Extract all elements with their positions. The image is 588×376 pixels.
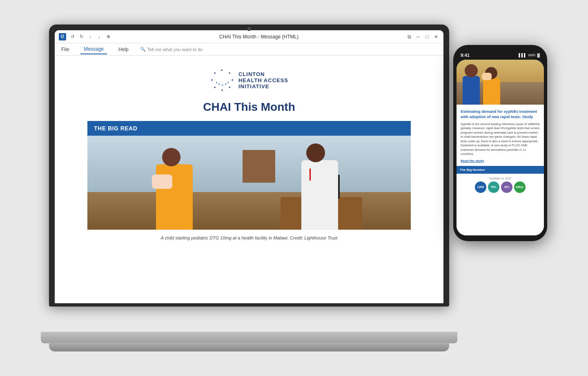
phone-badge-32: 32% bbox=[501, 181, 512, 193]
org-name-line2: HEALTH ACCESS bbox=[238, 77, 288, 83]
outlook-window: O ↺ ↻ ↑ ↓ ⊕ CHAI This Month - Message (H… bbox=[55, 30, 443, 303]
org-name-line3: INITIATIVE bbox=[238, 83, 288, 90]
wifi-icon: WiFi bbox=[528, 53, 535, 57]
phone-screen[interactable]: Estimating demand for syphilis treatment… bbox=[457, 60, 544, 235]
svg-text:★: ★ bbox=[220, 69, 223, 72]
phone-baby bbox=[482, 73, 492, 80]
svg-text:★: ★ bbox=[221, 89, 223, 92]
svg-text:★: ★ bbox=[224, 83, 226, 85]
outlook-titlebar: O ↺ ↻ ↑ ↓ ⊕ CHAI This Month - Message (H… bbox=[55, 30, 443, 43]
ribbon-tab-message[interactable]: Message bbox=[80, 45, 107, 54]
svg-text:★: ★ bbox=[218, 83, 220, 85]
chai-logo-stars-icon: ★ ★ ★ ★ ★ ★ ★ ★ bbox=[210, 68, 234, 92]
phone-hero-image bbox=[457, 60, 544, 105]
minimize-button[interactable]: ─ bbox=[415, 34, 421, 40]
phone-status-bar: 9:41 ▌▌▌ WiFi ▓ bbox=[457, 51, 544, 60]
shelf-unit bbox=[243, 150, 275, 183]
window-controls[interactable]: ⧉ ─ □ ✕ bbox=[406, 34, 439, 40]
email-content-area[interactable]: ★ ★ ★ ★ ★ ★ ★ ★ bbox=[55, 56, 443, 303]
signal-icon: ▌▌▌ bbox=[519, 53, 526, 57]
phone-article-content: Estimating demand for syphilis treatment… bbox=[457, 105, 544, 235]
phone-device: 9:41 ▌▌▌ WiFi ▓ bbox=[453, 45, 547, 241]
svg-text:★: ★ bbox=[231, 78, 234, 81]
woman-body bbox=[156, 164, 193, 230]
big-read-image-container bbox=[87, 136, 411, 230]
forward-button[interactable]: ↻ bbox=[78, 33, 85, 40]
phone-time: 9:41 bbox=[461, 53, 470, 58]
svg-text:★: ★ bbox=[228, 72, 231, 74]
laptop-foot bbox=[49, 342, 449, 351]
org-name-line1: CLINTON bbox=[238, 71, 288, 77]
photo-scene bbox=[87, 136, 411, 230]
image-caption: A child starting pediatric DTG 10mg at a… bbox=[87, 233, 411, 244]
doctor-head bbox=[306, 143, 325, 162]
titlebar-left: O ↺ ↻ ↑ ↓ ⊕ bbox=[59, 33, 112, 40]
phone-spotlight-label: Spotlight on 2020 bbox=[461, 177, 540, 180]
laptop-screen: O ↺ ↻ ↑ ↓ ⊕ CHAI This Month - Message (H… bbox=[55, 30, 443, 303]
svg-text:★: ★ bbox=[214, 86, 216, 89]
maximize-button[interactable]: □ bbox=[424, 34, 430, 40]
back-button[interactable]: ↺ bbox=[69, 33, 76, 40]
phone-person1-head bbox=[465, 64, 478, 77]
phone-big-number-header: The Big Number bbox=[457, 166, 544, 174]
laptop-lid: O ↺ ↻ ↑ ↓ ⊕ CHAI This Month - Message (H… bbox=[49, 25, 449, 307]
ribbon: File Message Help 🔍 Tell me what you wan… bbox=[55, 43, 443, 56]
close-button[interactable]: ✕ bbox=[433, 34, 439, 40]
pin-button[interactable]: ⊕ bbox=[105, 33, 112, 40]
photo-floor bbox=[87, 192, 411, 230]
doctor-body bbox=[301, 160, 338, 230]
email-logo: ★ ★ ★ ★ ★ ★ ★ ★ bbox=[87, 64, 411, 94]
ribbon-search[interactable]: 🔍 Tell me what you want to do bbox=[140, 47, 203, 52]
phone-person1-body bbox=[463, 76, 480, 105]
ribbon-tab-help[interactable]: Help bbox=[115, 45, 132, 54]
battery-icon: ▓ bbox=[537, 53, 540, 57]
svg-text:★: ★ bbox=[211, 78, 213, 81]
big-read-header: THE BIG READ bbox=[87, 121, 411, 136]
phone-read-link[interactable]: Read the study bbox=[461, 159, 540, 163]
laptop-device: O ↺ ↻ ↑ ↓ ⊕ CHAI This Month - Message (H… bbox=[49, 25, 449, 360]
ribbon-search-text[interactable]: Tell me what you want to do bbox=[147, 47, 203, 52]
svg-text:★: ★ bbox=[215, 81, 217, 84]
laptop-base bbox=[41, 332, 457, 343]
chai-logo-container: ★ ★ ★ ★ ★ ★ ★ ★ bbox=[210, 68, 288, 92]
doctor-figure bbox=[297, 144, 346, 230]
svg-text:★: ★ bbox=[228, 86, 231, 89]
webcam-icon bbox=[247, 27, 251, 31]
baby-bundle bbox=[152, 175, 172, 189]
woman-head bbox=[162, 148, 180, 166]
phone-person2-body bbox=[483, 78, 500, 105]
ribbon-tab-file[interactable]: File bbox=[58, 45, 72, 54]
phone-badge-36: $36/yr bbox=[514, 181, 526, 193]
email-headline: CHAI This Month bbox=[87, 101, 411, 114]
window-title: CHAI This Month - Message (HTML) bbox=[219, 34, 299, 40]
big-read-image bbox=[87, 136, 411, 230]
phone-article-title: Estimating demand for syphilis treatment… bbox=[461, 109, 540, 120]
phone-hero-scene bbox=[457, 60, 544, 105]
svg-text:★: ★ bbox=[227, 81, 229, 84]
phone-badges: 120M 59% 32% $36/yr bbox=[461, 181, 540, 193]
down-button[interactable]: ↓ bbox=[96, 33, 103, 40]
up-button[interactable]: ↑ bbox=[87, 33, 94, 40]
phone-badge-59: 59% bbox=[488, 181, 499, 193]
restore-button[interactable]: ⧉ bbox=[406, 34, 412, 40]
woman-figure bbox=[152, 148, 201, 230]
phone-badge-120m: 120M bbox=[475, 181, 486, 193]
stethoscope-icon bbox=[310, 168, 311, 181]
titlebar-nav[interactable]: ↺ ↻ ↑ ↓ ⊕ bbox=[69, 33, 112, 40]
outlook-app-icon: O bbox=[59, 33, 66, 40]
svg-text:★: ★ bbox=[214, 72, 216, 74]
chai-logo-text: CLINTON HEALTH ACCESS INITIATIVE bbox=[238, 71, 288, 90]
phone-status-icons: ▌▌▌ WiFi ▓ bbox=[519, 53, 540, 57]
phone-article-body: Syphilis is the second leading infectiou… bbox=[461, 122, 540, 157]
svg-text:★: ★ bbox=[221, 84, 223, 86]
search-icon: 🔍 bbox=[140, 47, 146, 52]
